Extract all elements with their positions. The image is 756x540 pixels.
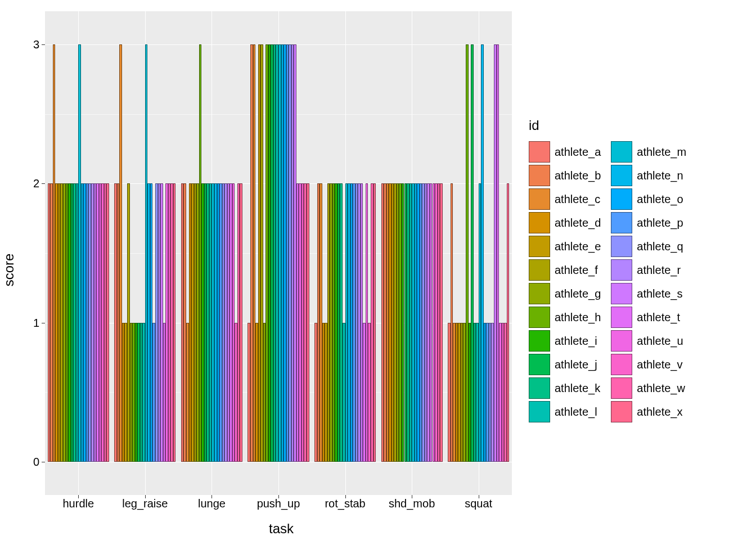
y-tick-label: 1: [22, 316, 39, 329]
legend-item: athlete_q: [611, 236, 686, 257]
legend-item: athlete_n: [611, 165, 686, 186]
legend-label: athlete_i: [555, 335, 597, 348]
legend-key: [529, 354, 550, 375]
legend-item: athlete_t: [611, 307, 686, 328]
x-axis-title: task: [45, 521, 518, 537]
legend: id athlete_aathlete_bathlete_cathlete_da…: [518, 118, 754, 422]
x-tick-label: rot_stab: [325, 497, 365, 510]
legend-label: athlete_h: [555, 311, 601, 324]
y-axis-title: score: [1, 254, 17, 287]
legend-item: athlete_d: [529, 212, 601, 233]
legend-label: athlete_q: [637, 240, 683, 253]
legend-column: athlete_aathlete_bathlete_cathlete_dathl…: [529, 141, 601, 422]
legend-label: athlete_d: [555, 217, 601, 230]
x-tick-label: squat: [465, 497, 492, 510]
legend-key: [529, 401, 550, 422]
legend-label: athlete_f: [555, 264, 598, 277]
x-tick-label: lunge: [198, 497, 226, 510]
y-tick-mark: [42, 462, 45, 462]
legend-item: athlete_i: [529, 330, 601, 352]
legend-key: [611, 236, 632, 257]
legend-item: athlete_x: [611, 401, 686, 422]
legend-label: athlete_s: [637, 287, 682, 300]
plot-panel: [45, 11, 512, 495]
legend-label: athlete_x: [637, 406, 682, 418]
legend-key: [611, 283, 632, 304]
legend-item: athlete_u: [611, 330, 686, 352]
legend-label: athlete_w: [637, 382, 685, 395]
legend-label: athlete_t: [637, 311, 680, 324]
bar: [374, 183, 376, 461]
x-tick-label: shd_mob: [389, 497, 435, 510]
chart-container: score task 0123hurdleleg_raiselungepush_…: [0, 0, 756, 540]
legend-item: athlete_s: [611, 283, 686, 304]
legend-column: athlete_mathlete_nathlete_oathlete_pathl…: [611, 141, 686, 422]
legend-key: [529, 236, 550, 257]
x-tick-label: push_up: [257, 497, 300, 510]
legend-item: athlete_l: [529, 401, 601, 422]
legend-item: athlete_m: [611, 141, 686, 163]
legend-key: [529, 188, 550, 210]
x-tick-label: leg_raise: [122, 497, 168, 510]
legend-item: athlete_f: [529, 259, 601, 281]
x-tick-mark: [278, 495, 279, 498]
y-tick-mark: [42, 44, 45, 45]
legend-columns: athlete_aathlete_bathlete_cathlete_dathl…: [529, 141, 754, 422]
x-tick-mark: [345, 495, 346, 498]
bar: [507, 183, 510, 461]
legend-key: [611, 188, 632, 210]
legend-key: [529, 141, 550, 163]
x-tick-mark: [212, 495, 212, 498]
legend-label: athlete_g: [555, 287, 601, 300]
bar: [106, 183, 109, 461]
legend-key: [529, 259, 550, 281]
legend-label: athlete_u: [637, 335, 683, 348]
legend-label: athlete_m: [637, 146, 686, 159]
plot-region: score task 0123hurdleleg_raiselungepush_…: [0, 0, 518, 540]
legend-item: athlete_e: [529, 236, 601, 257]
legend-item: athlete_v: [611, 354, 686, 375]
legend-label: athlete_l: [555, 406, 597, 418]
x-tick-mark: [412, 495, 412, 498]
x-tick-label: hurdle: [62, 497, 94, 510]
legend-key: [529, 283, 550, 304]
legend-key: [529, 212, 550, 233]
legend-label: athlete_c: [555, 193, 600, 206]
legend-label: athlete_a: [555, 146, 601, 159]
x-tick-mark: [78, 495, 79, 498]
legend-key: [529, 377, 550, 399]
bar: [173, 183, 176, 461]
legend-item: athlete_r: [611, 259, 686, 281]
legend-key: [611, 259, 632, 281]
legend-label: athlete_e: [555, 240, 601, 253]
legend-key: [529, 330, 550, 352]
legend-item: athlete_j: [529, 354, 601, 375]
x-tick-mark: [145, 495, 146, 498]
legend-label: athlete_p: [637, 217, 683, 230]
y-tick-label: 3: [22, 38, 39, 51]
y-tick-mark: [42, 183, 45, 184]
legend-key: [611, 330, 632, 352]
legend-item: athlete_o: [611, 188, 686, 210]
bar: [440, 183, 443, 461]
legend-key: [529, 307, 550, 328]
legend-title: id: [529, 118, 754, 133]
legend-label: athlete_k: [555, 382, 600, 395]
legend-label: athlete_v: [637, 358, 682, 371]
legend-key: [611, 377, 632, 399]
legend-label: athlete_r: [637, 264, 681, 277]
legend-item: athlete_k: [529, 377, 601, 399]
legend-label: athlete_n: [637, 169, 683, 182]
y-tick-mark: [42, 323, 45, 323]
legend-key: [611, 307, 632, 328]
legend-item: athlete_w: [611, 377, 686, 399]
bar: [307, 183, 309, 461]
legend-key: [611, 212, 632, 233]
legend-label: athlete_j: [555, 358, 597, 371]
legend-key: [529, 165, 550, 186]
legend-item: athlete_c: [529, 188, 601, 210]
legend-key: [611, 401, 632, 422]
legend-item: athlete_p: [611, 212, 686, 233]
legend-item: athlete_g: [529, 283, 601, 304]
y-tick-label: 0: [22, 455, 39, 468]
